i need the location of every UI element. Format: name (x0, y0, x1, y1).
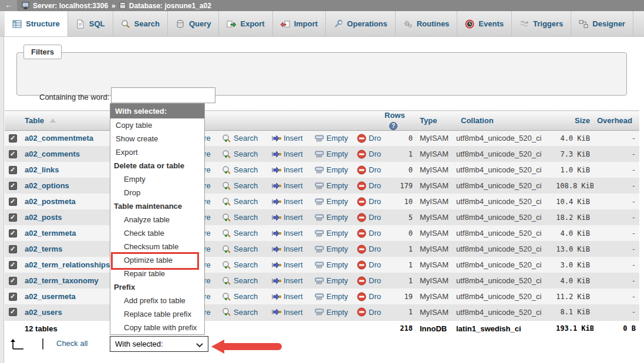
action-empty[interactable]: Empty (315, 307, 348, 317)
row-checkbox[interactable] (9, 245, 17, 253)
action-empty[interactable]: Empty (315, 150, 348, 159)
action-search[interactable]: Search (222, 307, 258, 317)
table-name-link[interactable]: a02_users (25, 308, 62, 317)
table-name-link[interactable]: a02_termmeta (25, 229, 76, 238)
menu-item-export[interactable]: Export (110, 145, 204, 159)
action-drop[interactable]: Drop (357, 150, 381, 159)
action-empty[interactable]: Empty (315, 260, 348, 270)
action-drop[interactable]: Drop (357, 307, 381, 317)
menu-item-checksum-table[interactable]: Checksum table (110, 240, 204, 253)
containing-word-input[interactable] (111, 87, 215, 103)
action-drop[interactable]: Drop (357, 292, 381, 301)
column-header-overhead[interactable]: Overhead (594, 111, 639, 131)
column-header-table[interactable]: Table (21, 111, 114, 131)
column-header-type[interactable]: Type (416, 111, 453, 131)
action-insert[interactable]: Insert (272, 260, 303, 270)
table-name-link[interactable]: a02_usermeta (25, 292, 76, 301)
action-drop[interactable]: Drop (357, 197, 381, 206)
row-checkbox[interactable] (9, 213, 17, 222)
action-search[interactable]: Search (222, 213, 258, 222)
tab-export[interactable]: Export (219, 11, 272, 36)
tab-operations[interactable]: Operations (326, 11, 396, 36)
tab-sql[interactable]: SQL (68, 11, 113, 36)
action-search[interactable]: Search (222, 134, 258, 143)
action-insert[interactable]: Insert (272, 213, 303, 222)
row-checkbox[interactable] (9, 134, 17, 143)
action-insert[interactable]: Insert (272, 197, 303, 206)
row-checkbox[interactable] (9, 182, 17, 190)
action-drop[interactable]: Drop (357, 181, 381, 191)
server-breadcrumb[interactable]: Server: localhost:3306 (22, 2, 108, 10)
action-drop[interactable]: Drop (357, 245, 381, 254)
tab-routines[interactable]: Routines (396, 11, 458, 36)
action-insert[interactable]: Insert (272, 229, 303, 238)
tab-query[interactable]: Query (168, 11, 220, 36)
menu-item-drop[interactable]: Drop (110, 186, 204, 199)
menu-item-copy-table[interactable]: Copy table (110, 118, 204, 132)
action-drop[interactable]: Drop (357, 134, 381, 143)
row-checkbox[interactable] (9, 293, 17, 301)
action-search[interactable]: Search (222, 276, 258, 286)
row-checkbox[interactable] (9, 198, 17, 206)
table-name-link[interactable]: a02_terms (25, 245, 62, 253)
action-drop[interactable]: Drop (357, 276, 381, 286)
column-header-size[interactable]: Size (552, 111, 594, 131)
row-checkbox[interactable] (9, 308, 17, 316)
check-all-label[interactable]: Check all (56, 339, 87, 348)
action-search[interactable]: Search (222, 245, 258, 254)
table-name-link[interactable]: a02_links (25, 165, 59, 174)
column-header-rows[interactable]: Rows? (381, 111, 416, 131)
action-drop[interactable]: Drop (357, 165, 381, 175)
action-empty[interactable]: Empty (315, 181, 348, 191)
tab-import[interactable]: Import (273, 11, 326, 36)
action-insert[interactable]: Insert (272, 165, 303, 175)
action-empty[interactable]: Empty (315, 134, 348, 143)
menu-item-analyze-table[interactable]: Analyze table (110, 213, 204, 226)
tab-designer[interactable]: Designer (571, 11, 633, 36)
database-breadcrumb[interactable]: Database: josnune1_a02 (119, 2, 211, 10)
table-name-link[interactable]: a02_options (25, 181, 69, 190)
action-empty[interactable]: Empty (315, 213, 348, 222)
action-insert[interactable]: Insert (272, 245, 303, 254)
action-empty[interactable]: Empty (315, 197, 348, 206)
action-drop[interactable]: Drop (357, 213, 381, 222)
with-selected-select[interactable]: With selected: (110, 336, 208, 352)
action-search[interactable]: Search (222, 181, 258, 191)
table-name-link[interactable]: a02_commentmeta (25, 134, 93, 143)
menu-item-add-prefix-to-table[interactable]: Add prefix to table (110, 294, 204, 307)
action-insert[interactable]: Insert (272, 307, 303, 317)
table-name-link[interactable]: a02_posts (25, 213, 62, 222)
table-name-link[interactable]: a02_term_taxonomy (25, 276, 99, 285)
table-name-link[interactable]: a02_postmeta (25, 197, 76, 206)
action-empty[interactable]: Empty (315, 245, 348, 254)
row-checkbox[interactable] (9, 261, 17, 269)
menu-item-replace-table-prefix[interactable]: Replace table prefix (110, 307, 204, 321)
action-search[interactable]: Search (222, 150, 258, 159)
back-arrow-icon[interactable]: ← (0, 0, 17, 11)
action-empty[interactable]: Empty (315, 292, 348, 301)
action-search[interactable]: Search (222, 165, 258, 175)
action-search[interactable]: Search (222, 197, 258, 206)
menu-item-check-table[interactable]: Check table (110, 226, 204, 240)
action-drop[interactable]: Drop (357, 229, 381, 238)
row-checkbox[interactable] (9, 229, 17, 238)
check-all-checkbox[interactable] (42, 338, 43, 350)
table-name-link[interactable]: a02_term_relationships (25, 260, 110, 269)
action-search[interactable]: Search (222, 292, 258, 301)
action-insert[interactable]: Insert (272, 276, 303, 286)
action-drop[interactable]: Drop (357, 260, 381, 270)
tab-structure[interactable]: Structure (5, 11, 68, 36)
row-checkbox[interactable] (9, 150, 17, 158)
row-checkbox[interactable] (9, 277, 17, 285)
menu-item-show-create[interactable]: Show create (110, 132, 204, 145)
tab-search[interactable]: Search (113, 11, 168, 36)
tab-triggers[interactable]: Triggers (512, 11, 571, 36)
menu-item-copy-table-with-prefix[interactable]: Copy table with prefix (110, 321, 204, 334)
action-empty[interactable]: Empty (315, 229, 348, 238)
table-name-link[interactable]: a02_comments (25, 150, 80, 158)
column-header-collation[interactable]: Collation (453, 111, 552, 131)
action-search[interactable]: Search (222, 260, 258, 270)
action-empty[interactable]: Empty (315, 165, 348, 175)
action-search[interactable]: Search (222, 229, 258, 238)
tab-events[interactable]: Events (457, 11, 512, 36)
